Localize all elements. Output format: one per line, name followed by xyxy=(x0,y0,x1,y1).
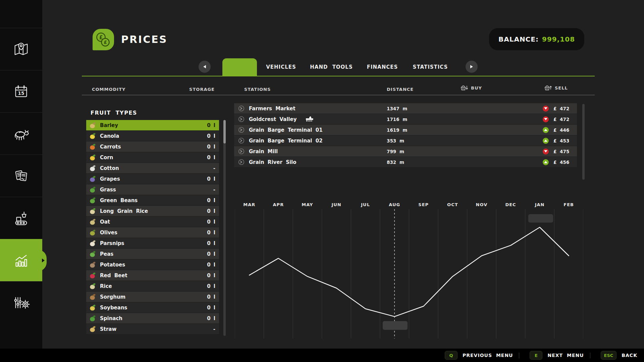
station-row[interactable]: Goldcrest Valley 1716 m £ 472 xyxy=(234,114,577,125)
map-hotspot-icon[interactable] xyxy=(238,127,245,133)
station-distance: 1347 m xyxy=(387,106,407,111)
menu-tab[interactable]: HAND TOOLS xyxy=(305,64,358,70)
fruit-type-label: Grass xyxy=(100,187,116,193)
fruit-list-scrollbar[interactable] xyxy=(223,120,226,336)
footer-hint[interactable]: ESC BACK xyxy=(590,351,637,360)
fruit-type-row[interactable]: Parsnips 0 l xyxy=(86,238,219,249)
column-header-storage: STORAGE xyxy=(181,87,215,92)
column-header-distance: DISTANCE xyxy=(387,87,414,92)
fruit-types-list: Barley 0 l Canola 0 l Carrots 0 l Corn 0… xyxy=(86,120,219,335)
fruit-type-row[interactable]: Peas 0 l xyxy=(86,249,219,259)
fruit-storage-value: 0 l xyxy=(207,144,215,150)
fruit-type-row[interactable]: Carrots 0 l xyxy=(86,141,219,152)
fruit-storage-value: - xyxy=(213,187,215,193)
fruit-type-row[interactable]: Grapes 0 l xyxy=(86,174,219,184)
stations-scrollbar[interactable] xyxy=(582,104,585,180)
column-header-buy[interactable]: BUY xyxy=(460,84,482,91)
price-chart xyxy=(235,209,583,339)
fruit-type-row[interactable]: Canola 0 l xyxy=(86,131,219,141)
fruit-type-row[interactable]: Green Beans 0 l xyxy=(86,195,219,206)
month-label: JUN xyxy=(322,202,351,207)
station-sell-price: £ 472 xyxy=(553,106,569,111)
fruit-type-row[interactable]: Sorghum 0 l xyxy=(86,292,219,302)
station-row[interactable]: Grain River Silo 832 m £ 456 xyxy=(234,157,577,168)
sidebar-item-settings[interactable] xyxy=(0,281,42,323)
station-distance: 799 m xyxy=(387,149,404,154)
fruit-type-row[interactable]: Corn 0 l xyxy=(86,152,219,163)
fruit-storage-value: - xyxy=(213,326,215,332)
menu-tab[interactable]: FINANCES xyxy=(356,64,409,70)
fruit-type-label: Long Grain Rice xyxy=(100,208,148,214)
tabs-previous-button[interactable] xyxy=(199,61,211,73)
station-name: Farmers Market xyxy=(249,106,296,112)
month-label: AUG xyxy=(380,202,409,207)
sidebar-item-production[interactable] xyxy=(0,197,42,239)
column-header-commodity: COMMODITY xyxy=(92,87,125,92)
station-row[interactable]: Farmers Market 1347 m £ 472 xyxy=(234,103,577,114)
fruit-type-row[interactable]: Spinach 0 l xyxy=(86,313,219,324)
station-distance: 1619 m xyxy=(387,127,407,133)
fruit-type-row[interactable]: Potatoes 0 l xyxy=(86,259,219,270)
fruit-types-title: FRUIT TYPES xyxy=(91,110,137,116)
crop-icon xyxy=(89,315,96,322)
map-hotspot-icon[interactable] xyxy=(238,137,245,144)
tabs-next-button[interactable] xyxy=(466,61,478,73)
menu-tab[interactable]: STATISTICS xyxy=(404,64,457,70)
footer-hint[interactable]: Q PREVIOUS MENU xyxy=(445,351,513,360)
fruit-type-row[interactable]: Red Beet 0 l xyxy=(86,270,219,281)
fruit-type-row[interactable]: Cotton - xyxy=(86,163,219,174)
crop-icon xyxy=(89,261,96,268)
tab-prices-active[interactable] xyxy=(222,58,257,76)
station-row[interactable]: Grain Barge Terminal 02 353 m £ 453 xyxy=(234,135,577,146)
sidebar-item-animals[interactable] xyxy=(0,112,42,155)
map-hotspot-icon[interactable] xyxy=(238,159,245,165)
sidebar-item-map[interactable] xyxy=(0,28,42,70)
fruit-storage-value: 0 l xyxy=(207,155,215,161)
coin-currency-symbol: £ xyxy=(104,40,107,45)
menu-tab[interactable]: VEHICLES xyxy=(254,64,308,70)
crop-icon xyxy=(89,165,96,172)
month-label: OCT xyxy=(438,202,467,207)
crop-icon xyxy=(89,325,96,333)
station-sell-price: £ 472 xyxy=(553,117,569,122)
fruit-type-label: Grapes xyxy=(100,176,120,182)
fruit-type-row[interactable]: Long Grain Rice 0 l xyxy=(86,206,219,217)
sidebar-item-statistics[interactable] xyxy=(0,239,42,281)
keycap: ESC xyxy=(601,351,617,360)
price-trend-icon xyxy=(543,159,549,165)
fruit-storage-value: 0 l xyxy=(207,240,215,246)
station-row[interactable]: Grain Barge Terminal 01 1619 m £ 446 xyxy=(234,125,577,135)
column-header-sell-label: SELL xyxy=(555,85,568,90)
fruit-type-row[interactable]: Oat 0 l xyxy=(86,217,219,227)
chart-month-labels: MARAPRMAYJUNJULAUGSEPOCTNOVDECJANFEB xyxy=(235,202,583,207)
fruit-type-row[interactable]: Straw - xyxy=(86,324,219,335)
sidebar-item-contracts[interactable] xyxy=(0,155,42,197)
month-label: FEB xyxy=(554,202,583,207)
fruit-type-row[interactable]: Grass - xyxy=(86,184,219,195)
calendar-icon: 15 xyxy=(12,82,30,101)
fruit-type-row[interactable]: Rice 0 l xyxy=(86,281,219,292)
map-hotspot-icon[interactable] xyxy=(238,105,245,112)
map-hotspot-icon[interactable] xyxy=(238,116,245,122)
fruit-type-label: Sorghum xyxy=(100,294,125,300)
fruit-type-row[interactable]: Soybeans 0 l xyxy=(86,302,219,313)
column-header-sell[interactable]: SELL xyxy=(544,84,568,91)
arrow-right-icon xyxy=(470,65,473,68)
footer-bar: Q PREVIOUS MENU E NEXT MENU ESC BACK xyxy=(0,349,644,362)
arrow-left-icon xyxy=(203,65,206,68)
sidebar-item-calendar[interactable]: 15 xyxy=(0,70,42,112)
map-hotspot-icon[interactable] xyxy=(238,148,245,155)
fruit-type-row[interactable]: Olives 0 l xyxy=(86,227,219,238)
station-row[interactable]: Grain Mill 799 m £ 475 xyxy=(234,146,577,157)
fruit-type-row[interactable]: Barley 0 l xyxy=(86,120,219,131)
train-icon xyxy=(306,116,314,122)
page-title: PRICES xyxy=(121,34,167,45)
balance-badge: BALANCE: 999,108 xyxy=(489,28,584,50)
fruit-type-label: Carrots xyxy=(100,144,121,150)
fruit-storage-value: 0 l xyxy=(207,294,215,300)
fruit-list-scrollbar-thumb[interactable] xyxy=(223,120,226,143)
station-sell-price: £ 453 xyxy=(553,138,569,143)
prices-screen: 15 xyxy=(0,0,644,362)
footer-hint[interactable]: E NEXT MENU xyxy=(519,351,584,360)
column-header-buy-label: BUY xyxy=(471,85,482,90)
